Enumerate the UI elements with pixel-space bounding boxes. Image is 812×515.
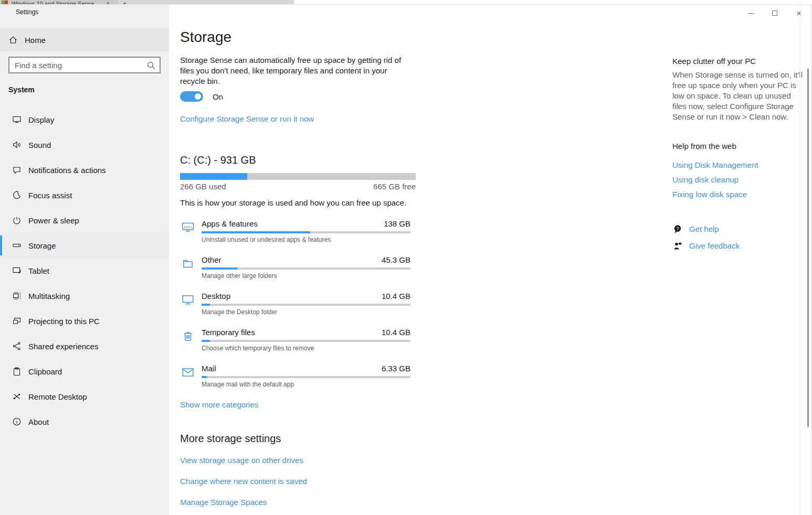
maximize-button[interactable] [763,6,787,20]
right-panel: Keep clutter off your PC When Storage se… [672,5,804,251]
sidebar-item-remote-desktop[interactable]: Remote Desktop [0,384,169,409]
using-disk-cleanup-link[interactable]: Using disk cleanup [672,175,804,185]
sidebar-item-label: Home [25,36,46,45]
multitasking-icon [12,291,22,301]
minimize-icon [748,13,754,14]
give-feedback-icon [672,241,683,251]
category-row-other[interactable]: Other45.3 GB Manage other large folders [180,255,416,291]
sidebar-item-display[interactable]: Display [0,107,169,132]
category-size: 138 GB [384,219,410,229]
vertical-scrollbar-thumb[interactable] [807,69,809,427]
search-box [8,57,161,73]
svg-text:?: ? [676,226,679,231]
projecting-icon [12,316,22,326]
mail-icon [181,366,195,379]
toggle-state-label: On [213,92,223,101]
storage-sense-description: Storage Sense can automatically free up … [180,55,405,87]
settings-window: × Settings Home System Display Sound [0,4,812,515]
clutter-heading: Keep clutter off your PC [672,56,804,67]
clutter-text: When Storage sense is turned on, it'll f… [672,70,803,122]
browser-tab-favicon [2,1,8,4]
notifications-icon [12,165,22,175]
category-row-temporary-files[interactable]: Temporary files10.4 GB Choose which temp… [180,327,416,363]
category-name: Mail [202,363,216,374]
sidebar-item-tablet[interactable]: Tablet [0,258,169,283]
sidebar-item-storage[interactable]: Storage [0,233,169,258]
tablet-icon [12,265,22,276]
shared-experiences-icon [12,341,22,351]
trash-icon [181,329,195,343]
search-input[interactable] [9,61,160,70]
browser-tab-sliver: Windows 10 and Storage Sense × + [0,0,812,4]
category-size: 10.4 GB [382,291,410,302]
category-caption: Manage mail with the default app [202,380,410,389]
category-bar [202,267,410,270]
storage-sense-toggle[interactable] [180,91,203,102]
get-help-link[interactable]: Get help [689,224,719,234]
show-more-categories-link[interactable]: Show more categories [180,400,258,410]
drive-used-label: 266 GB used [180,181,226,192]
more-storage-settings-heading: More storage settings [180,432,416,445]
apps-icon [181,221,195,234]
power-icon [12,215,22,226]
sidebar-item-shared-experiences[interactable]: Shared experiences [0,334,169,359]
usage-intro: This is how your storage is used and how… [180,198,416,208]
category-bar [202,231,410,233]
configure-storage-sense-link[interactable]: Configure Storage Sense or run it now [180,114,314,124]
search-icon[interactable] [146,61,156,72]
browser-tab-strip: Windows 10 and Storage Sense × + [0,0,294,4]
category-bar [202,304,410,306]
category-size: 10.4 GB [382,327,410,338]
sidebar-item-sound[interactable]: Sound [0,132,169,157]
sound-icon [12,140,22,150]
browser-tab[interactable]: Windows 10 and Storage Sense × [0,0,118,4]
window-title: Settings [16,8,169,16]
sidebar-item-home[interactable]: Home [0,28,169,51]
sidebar-item-multitasking[interactable]: Multitasking [0,283,169,308]
main-content: Storage Storage Sense can automatically … [180,5,416,508]
category-row-desktop[interactable]: Desktop10.4 GB Manage the Desktop folder [180,291,416,327]
drive-heading: C: (C:) - 931 GB [180,153,416,167]
category-row-apps[interactable]: Apps & features138 GB Uninstall unused o… [180,219,416,255]
category-bar [202,340,410,342]
category-size: 6.33 GB [382,363,410,374]
sidebar-item-about[interactable]: About [0,409,169,434]
manage-storage-spaces-link[interactable]: Manage Storage Spaces [180,497,416,508]
focus-assist-icon [12,190,22,200]
change-save-location-link[interactable]: Change where new content is saved [180,476,416,487]
panel-divider [800,5,800,515]
minimize-button[interactable] [739,6,763,20]
browser-tab-title: Windows 10 and Storage Sense [12,0,101,4]
category-bar [202,376,410,378]
sidebar-nav: Display Sound Notifications & actions Fo… [0,107,169,434]
sidebar-item-projecting[interactable]: Projecting to this PC [0,308,169,334]
category-row-mail[interactable]: Mail6.33 GB Manage mail with the default… [180,363,416,400]
using-disk-management-link[interactable]: Using Disk Management [672,160,804,170]
sidebar-item-clipboard[interactable]: Clipboard [0,359,169,384]
toggle-knob [195,93,201,100]
close-icon: × [796,9,802,18]
drive-free-label: 665 GB free [373,181,416,192]
category-caption: Choose which temporary files to remove [202,344,410,352]
category-size: 45.3 GB [382,255,410,265]
folder-icon [181,257,195,271]
maximize-icon [772,10,777,16]
help-from-web-heading: Help from the web [672,141,804,152]
close-button[interactable]: × [787,6,811,20]
tab-close-icon[interactable]: × [107,0,110,4]
category-name: Other [202,255,222,265]
sidebar-item-notifications[interactable]: Notifications & actions [0,157,169,183]
desktop-icon [181,293,195,307]
sidebar-item-focus-assist[interactable]: Focus assist [0,183,169,208]
give-feedback-link[interactable]: Give feedback [689,241,740,251]
new-tab-icon[interactable]: + [123,0,126,4]
view-storage-other-drives-link[interactable]: View storage usage on other drives [180,455,416,466]
sidebar-item-power-sleep[interactable]: Power & sleep [0,208,169,233]
drive-usage-bar-fill [180,173,247,180]
remote-desktop-icon [12,391,22,402]
clipboard-icon [12,366,22,377]
window-controls: × [739,6,811,20]
selected-indicator [0,235,2,255]
fixing-low-disk-space-link[interactable]: Fixing low disk space [672,189,804,200]
home-icon [8,35,18,45]
